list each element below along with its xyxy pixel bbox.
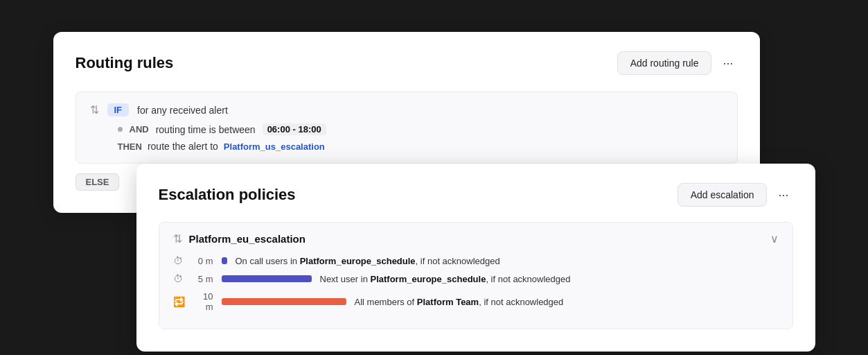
policy-title-row: ⇅ Platform_eu_escalation ∨ bbox=[173, 232, 779, 245]
policy-row: ⇅ Platform_eu_escalation ∨ ⏱ 0 m On call… bbox=[159, 222, 793, 329]
add-routing-rule-button[interactable]: Add routing rule bbox=[617, 51, 712, 75]
if-text: for any received alert bbox=[137, 105, 228, 116]
step-bar-1 bbox=[222, 257, 227, 264]
escalation-title: Escalation policies bbox=[159, 186, 296, 204]
escalation-actions: Add escalation ··· bbox=[677, 183, 793, 207]
step-time-1: 0 m bbox=[194, 256, 213, 266]
step-highlight-2: Platform_europe_schedule bbox=[370, 274, 486, 284]
step-desc-3: All members of Platform Team, if not ack… bbox=[355, 297, 779, 307]
step-bar-wrap-1 bbox=[222, 257, 227, 264]
rule-then-row: THEN route the alert to Platform_us_esca… bbox=[118, 141, 723, 152]
step-highlight-3: Platform Team bbox=[417, 297, 479, 307]
step-bar-wrap-2 bbox=[222, 275, 312, 282]
policy-name: Platform_eu_escalation bbox=[189, 233, 305, 245]
and-condition: routing time is between bbox=[156, 124, 256, 135]
step-time-3: 10 m bbox=[194, 291, 213, 312]
then-text: route the alert to bbox=[148, 141, 218, 152]
add-escalation-button[interactable]: Add escalation bbox=[677, 183, 768, 207]
policy-title-left: ⇅ Platform_eu_escalation bbox=[173, 232, 305, 245]
routing-actions: Add routing rule ··· bbox=[617, 51, 738, 75]
clock-icon-1: ⏱ bbox=[173, 255, 186, 266]
step-bar-2 bbox=[222, 275, 312, 282]
then-label: THEN bbox=[118, 141, 142, 152]
cards-container: Routing rules Add routing rule ··· ⇅ IF … bbox=[53, 32, 815, 323]
else-badge: ELSE bbox=[76, 173, 120, 191]
rule-and-row: AND routing time is between 06:00 - 18:0… bbox=[118, 123, 723, 135]
rule-top: ⇅ IF for any received alert bbox=[90, 103, 723, 116]
clock-icon-2: ⏱ bbox=[173, 273, 186, 284]
then-destination[interactable]: Platform_us_escalation bbox=[224, 141, 325, 152]
step-highlight-1: Platform_europe_schedule bbox=[300, 256, 416, 266]
policy-sort-icon[interactable]: ⇅ bbox=[173, 232, 182, 245]
sort-icon[interactable]: ⇅ bbox=[90, 103, 99, 116]
time-range-badge: 06:00 - 18:00 bbox=[263, 123, 326, 135]
escalation-more-button[interactable]: ··· bbox=[774, 185, 792, 205]
escalation-step-2: ⏱ 5 m Next user in Platform_europe_sched… bbox=[173, 273, 779, 284]
routing-rule-row: ⇅ IF for any received alert AND routing … bbox=[76, 92, 738, 164]
routing-card-header: Routing rules Add routing rule ··· bbox=[76, 51, 738, 75]
escalation-card-header: Escalation policies Add escalation ··· bbox=[159, 183, 793, 207]
step-desc-2: Next user in Platform_europe_schedule, i… bbox=[320, 274, 779, 284]
step-bar-3 bbox=[222, 298, 346, 305]
routing-more-button[interactable]: ··· bbox=[718, 53, 737, 73]
escalation-step-3: 🔁 10 m All members of Platform Team, if … bbox=[173, 291, 779, 312]
routing-title: Routing rules bbox=[76, 54, 174, 72]
step-time-2: 5 m bbox=[194, 274, 213, 284]
step-desc-1: On call users in Platform_europe_schedul… bbox=[236, 256, 779, 266]
repeat-icon: 🔁 bbox=[173, 296, 186, 307]
step-bar-wrap-3 bbox=[222, 298, 346, 305]
and-label: AND bbox=[130, 124, 149, 135]
if-badge: IF bbox=[107, 103, 130, 116]
and-dot bbox=[118, 127, 123, 132]
escalation-step-1: ⏱ 0 m On call users in Platform_europe_s… bbox=[173, 255, 779, 266]
chevron-down-icon[interactable]: ∨ bbox=[770, 232, 779, 245]
escalation-policies-card: Escalation policies Add escalation ··· ⇅… bbox=[136, 164, 815, 352]
